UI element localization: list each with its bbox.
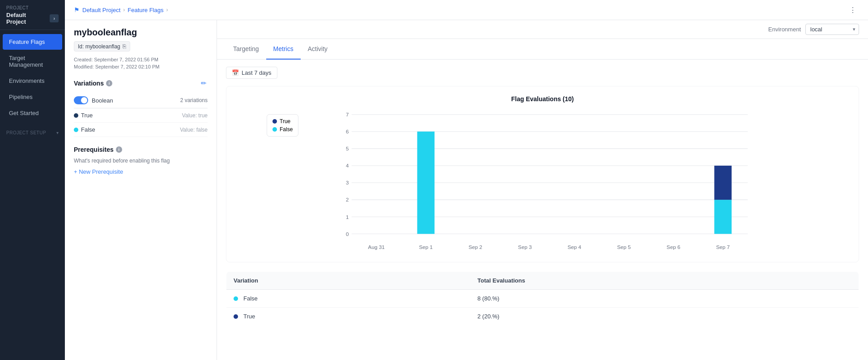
tab-activity[interactable]: Activity <box>301 39 335 60</box>
flag-modified: Modified: September 7, 2022 02:10 PM <box>74 64 208 69</box>
chart-wrap: 01234567Aug 31Sep 1Sep 2Sep 3Sep 4Sep 5S… <box>235 110 850 253</box>
chart-area: 📅 Last 7 days Flag Evaluations (10) 0123… <box>217 60 868 360</box>
legend-dot-false <box>272 127 277 132</box>
prereq-desc: What's required before enabling this fla… <box>74 158 208 164</box>
variations-info-icon[interactable]: i <box>106 80 112 86</box>
environment-select[interactable]: localproductionstaging <box>805 24 859 35</box>
svg-text:1: 1 <box>346 214 349 220</box>
legend-item-true: True <box>272 118 293 124</box>
flag-id-text: Id: mybooleanflag <box>78 43 120 50</box>
environment-bar: Environment localproductionstaging ▾ <box>217 20 868 39</box>
sidebar-item-get-started[interactable]: Get Started <box>3 105 62 121</box>
chevron-down-icon: ▾ <box>56 130 59 135</box>
variations-edit-button[interactable]: ✏ <box>200 78 208 88</box>
variation-false-dot <box>74 128 78 132</box>
prereq-header: Prerequisites i <box>74 146 208 153</box>
breadcrumb-project[interactable]: Default Project <box>82 7 120 13</box>
eval-total-cell: 8 (80.%) <box>470 290 859 308</box>
topbar-actions: ⋮ <box>847 4 859 16</box>
date-filter-button[interactable]: 📅 Last 7 days <box>226 67 277 79</box>
sidebar-item-target-management[interactable]: Target Management <box>3 50 62 73</box>
variations-section-header: Variations i ✏ <box>74 78 208 88</box>
variation-true-label: True <box>81 112 93 119</box>
breadcrumb: ⚑ Default Project › Feature Flags › <box>74 6 843 13</box>
date-filter-label: Last 7 days <box>242 69 272 76</box>
flag-title: mybooleanflag <box>74 27 208 38</box>
chart-container: Flag Evaluations (10) 01234567Aug 31Sep … <box>226 86 859 262</box>
topbar: ⚑ Default Project › Feature Flags › ⋮ <box>65 0 868 20</box>
breadcrumb-home-icon: ⚑ <box>74 6 80 13</box>
svg-rect-24 <box>714 200 732 234</box>
environment-label: Environment <box>768 26 801 33</box>
sidebar-item-feature-flags[interactable]: Feature Flags <box>3 34 62 50</box>
col-total: Total Evaluations <box>470 272 859 290</box>
svg-rect-25 <box>714 166 732 200</box>
svg-text:Sep 1: Sep 1 <box>419 244 433 250</box>
prereq-title-group: Prerequisites i <box>74 146 122 153</box>
project-name[interactable]: Default Project › <box>6 12 59 25</box>
project-arrow-icon[interactable]: › <box>50 14 59 22</box>
variation-label-false: False <box>243 295 258 302</box>
variation-true-row: True Value: true <box>74 108 208 123</box>
variation-false-value: Value: false <box>180 127 208 133</box>
sidebar-item-pipelines[interactable]: Pipelines <box>3 89 62 105</box>
prereq-info-icon[interactable]: i <box>116 146 122 153</box>
table-header: Variation Total Evaluations <box>226 272 859 290</box>
svg-text:Sep 6: Sep 6 <box>667 244 681 250</box>
table-body: False8 (80.%)True2 (20.%) <box>226 290 859 326</box>
sidebar-section-project-setup: PROJECT SETUP ▾ <box>0 125 65 137</box>
tab-targeting[interactable]: Targeting <box>226 39 266 60</box>
evaluations-table: Variation Total Evaluations False8 (80.%… <box>226 271 859 326</box>
variation-dot-false <box>234 296 238 301</box>
flag-created: Created: September 7, 2022 01:56 PM <box>74 57 208 62</box>
calendar-icon: 📅 <box>232 69 239 76</box>
col-variation: Variation <box>226 272 471 290</box>
variation-false-label-group: False <box>74 126 95 133</box>
project-setup-label: PROJECT SETUP <box>6 130 46 135</box>
chart-svg: 01234567Aug 31Sep 1Sep 2Sep 3Sep 4Sep 5S… <box>235 110 850 253</box>
eval-variation-cell: True <box>226 308 471 326</box>
main-content: ⚑ Default Project › Feature Flags › ⋮ my… <box>65 0 868 360</box>
sidebar-nav: Feature FlagsTarget ManagementEnvironmen… <box>0 30 65 125</box>
svg-text:Sep 5: Sep 5 <box>617 244 631 250</box>
toggle-thumb <box>81 97 87 103</box>
variations-title: Variations i <box>74 80 112 87</box>
legend-label-false: False <box>280 126 293 133</box>
more-options-button[interactable]: ⋮ <box>847 4 859 16</box>
toggle-track[interactable] <box>74 96 88 104</box>
svg-text:5: 5 <box>346 146 349 151</box>
variation-false-row: False Value: false <box>74 123 208 137</box>
variation-true-dot <box>74 113 78 118</box>
boolean-label: Boolean <box>92 97 113 104</box>
svg-text:7: 7 <box>346 111 349 117</box>
prerequisites-section: Prerequisites i What's required before e… <box>74 146 208 175</box>
chart-title: Flag Evaluations (10) <box>235 95 850 103</box>
variation-true-label-group: True <box>74 112 93 119</box>
sidebar: Project Default Project › Feature FlagsT… <box>0 0 65 360</box>
variation-type-row: Boolean 2 variations <box>74 93 208 108</box>
svg-text:Sep 2: Sep 2 <box>468 244 482 250</box>
environment-select-wrapper: localproductionstaging ▾ <box>805 24 859 35</box>
svg-text:Sep 7: Sep 7 <box>716 244 730 250</box>
flag-id-badge: Id: mybooleanflag ⎘ <box>74 41 130 51</box>
svg-text:3: 3 <box>346 180 349 185</box>
svg-text:Sep 4: Sep 4 <box>568 244 582 250</box>
table-row: False8 (80.%) <box>226 290 859 308</box>
sidebar-item-environments[interactable]: Environments <box>3 73 62 89</box>
table-row: True2 (20.%) <box>226 308 859 326</box>
svg-text:Sep 3: Sep 3 <box>518 244 532 250</box>
boolean-toggle[interactable]: Boolean <box>74 96 113 104</box>
svg-text:6: 6 <box>346 129 349 134</box>
breadcrumb-flag[interactable]: Feature Flags <box>128 7 163 13</box>
project-name-text: Default Project <box>6 12 47 25</box>
tab-metrics[interactable]: Metrics <box>266 39 301 60</box>
variations-title-text: Variations <box>74 80 104 87</box>
eval-total-cell: 2 (20.%) <box>470 308 859 326</box>
copy-icon[interactable]: ⎘ <box>123 43 126 50</box>
new-prerequisite-button[interactable]: + New Prerequisite <box>74 168 123 175</box>
variation-label-true: True <box>243 313 255 320</box>
project-label: Project <box>6 5 59 10</box>
project-section: Project Default Project › <box>0 0 65 30</box>
content-pane: Environment localproductionstaging ▾ Tar… <box>217 20 868 360</box>
legend-label-true: True <box>280 118 290 124</box>
